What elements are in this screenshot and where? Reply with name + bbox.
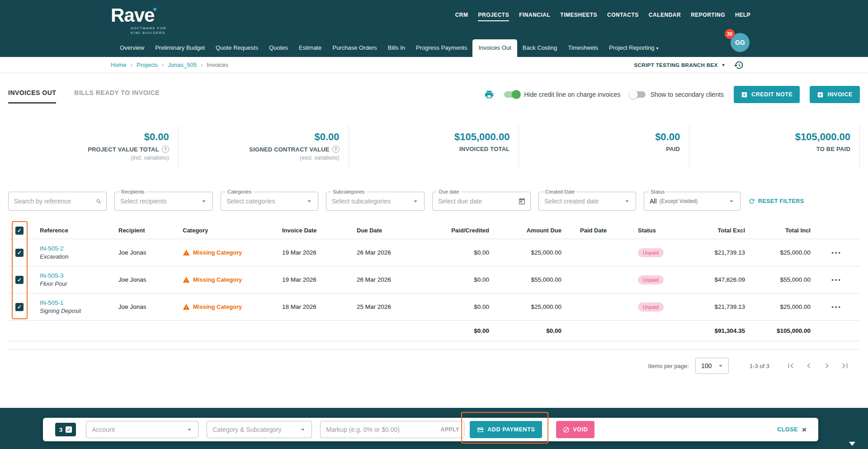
credit-note-button[interactable]: CREDIT NOTE bbox=[734, 86, 800, 103]
print-icon[interactable] bbox=[484, 90, 494, 99]
tab-progress-payments[interactable]: Progress Payments bbox=[410, 39, 472, 57]
invoice-button[interactable]: INVOICE bbox=[810, 86, 860, 103]
missing-category-warning[interactable]: Missing Category bbox=[183, 303, 279, 311]
tab-back-costing[interactable]: Back Costing bbox=[517, 39, 563, 57]
totals-paid-credited: $0.00 bbox=[429, 327, 492, 334]
nav-crm[interactable]: CRM bbox=[455, 12, 468, 21]
created-date-select[interactable]: Created Date Select created date bbox=[538, 192, 636, 211]
add-payments-button[interactable]: ADD PAYMENTS bbox=[470, 421, 542, 438]
tab-timesheets[interactable]: Timesheets bbox=[562, 39, 604, 57]
help-icon[interactable]: ? bbox=[162, 146, 169, 153]
previous-page-button[interactable] bbox=[804, 361, 814, 371]
nav-contacts[interactable]: CONTACTS bbox=[607, 12, 639, 21]
tab-quote-requests[interactable]: Quote Requests bbox=[210, 39, 264, 57]
invoice-reference-link[interactable]: IN-505-2 bbox=[40, 245, 116, 252]
add-box-icon bbox=[741, 91, 748, 98]
row-actions-menu[interactable]: ••• bbox=[831, 249, 842, 256]
reset-filters-button[interactable]: RESET FILTERS bbox=[748, 198, 804, 205]
summary-cards: $0.00 PROJECT VALUE TOTAL ? (incl. varia… bbox=[8, 125, 860, 168]
nav-calendar[interactable]: CALENDAR bbox=[649, 12, 681, 21]
selected-count-chip[interactable]: 3 ✓ bbox=[55, 423, 76, 436]
recipients-select[interactable]: Recipients Select recipients bbox=[114, 192, 213, 211]
chevron-down-icon bbox=[717, 362, 725, 370]
tab-invoices-out[interactable]: Invoices Out bbox=[472, 39, 517, 57]
row-checkbox[interactable]: ✓ bbox=[15, 276, 24, 284]
tab-bills-ready-to-invoice[interactable]: BILLS READY TO INVOICE bbox=[74, 89, 160, 104]
markup-field[interactable]: APPLY bbox=[320, 421, 464, 438]
breadcrumb-current: Invoices bbox=[207, 61, 228, 68]
chevron-down-icon bbox=[200, 197, 208, 205]
select-all-checkbox[interactable]: ✓ bbox=[15, 227, 24, 235]
rave-logo[interactable]: Rave SOFTWARE FOR KIWI BUILDERS bbox=[111, 5, 166, 35]
tab-purchase-orders[interactable]: Purchase Orders bbox=[327, 39, 382, 57]
breadcrumb-project[interactable]: Jonas_505 bbox=[168, 61, 197, 68]
items-per-page-select[interactable]: 100 bbox=[695, 358, 729, 374]
totals-total-excl: $91,304.35 bbox=[692, 327, 748, 334]
tab-preliminary-budget[interactable]: Preliminary Budget bbox=[150, 39, 210, 57]
tab-quotes[interactable]: Quotes bbox=[264, 39, 293, 57]
nav-projects[interactable]: PROJECTS bbox=[478, 12, 509, 21]
filters-row: Recipients Select recipients Categories … bbox=[8, 192, 860, 211]
checkbox-icon: ✓ bbox=[66, 426, 72, 433]
total-excl-cell: $47,826.09 bbox=[692, 276, 748, 283]
pagination: Items per page: 100 1-3 of 3 bbox=[0, 358, 850, 374]
categories-select[interactable]: Categories Select categories bbox=[221, 192, 318, 211]
row-actions-menu[interactable]: ••• bbox=[831, 276, 842, 283]
toggle-show-secondary-clients[interactable]: Show to secondary clients bbox=[630, 91, 724, 98]
close-action-bar-button[interactable]: CLOSE × bbox=[777, 426, 807, 434]
help-icon[interactable]: ? bbox=[332, 146, 340, 153]
breadcrumb-home[interactable]: Home bbox=[111, 61, 127, 68]
toggle-hide-credit-label: Hide credit line on charge invoices bbox=[524, 91, 620, 98]
toggle-on-switch[interactable] bbox=[504, 91, 519, 98]
next-page-button[interactable] bbox=[822, 361, 832, 371]
tab-invoices-out-content[interactable]: INVOICES OUT bbox=[8, 89, 56, 104]
invoice-reference-link[interactable]: IN-505-3 bbox=[40, 272, 116, 279]
toggle-hide-credit-line[interactable]: Hide credit line on charge invoices bbox=[504, 91, 620, 98]
tab-overview[interactable]: Overview bbox=[114, 39, 150, 57]
tab-project-reporting[interactable]: Project Reporting▾ bbox=[604, 39, 664, 57]
missing-category-warning[interactable]: Missing Category bbox=[183, 249, 279, 256]
last-page-button[interactable] bbox=[840, 361, 850, 371]
apply-button[interactable]: APPLY bbox=[441, 426, 459, 433]
paid-credited-cell: $0.00 bbox=[429, 303, 492, 310]
subcategories-select[interactable]: Subcategories Select subcategories bbox=[326, 192, 425, 211]
nav-reporting[interactable]: REPORTING bbox=[691, 12, 725, 21]
amount-due-cell: $55,000.00 bbox=[492, 276, 564, 283]
row-actions-menu[interactable]: ••• bbox=[831, 303, 842, 310]
tab-bills-in[interactable]: Bills In bbox=[382, 39, 410, 57]
due-date-picker[interactable]: Due date Select due date bbox=[432, 192, 531, 211]
card-invoiced-total: $105,000.00 INVOICED TOTAL bbox=[349, 125, 519, 168]
nav-financial[interactable]: FINANCIAL bbox=[519, 12, 550, 21]
row-checkbox[interactable]: ✓ bbox=[15, 303, 24, 311]
add-box-icon bbox=[817, 91, 824, 98]
branch-selector[interactable]: SCRIPT TESTING BRANCH BEX ▾ bbox=[634, 62, 725, 68]
status-select[interactable]: Status All (Except Voided) bbox=[644, 192, 741, 211]
markup-input[interactable] bbox=[326, 426, 441, 433]
due-date-cell: 26 Mar 2026 bbox=[354, 249, 429, 256]
paid-credited-cell: $0.00 bbox=[429, 276, 492, 283]
breadcrumb-bar: Home › Projects › Jonas_505 › Invoices S… bbox=[0, 57, 868, 73]
invoice-reference-link[interactable]: IN-505-1 bbox=[40, 299, 116, 306]
missing-category-warning[interactable]: Missing Category bbox=[183, 276, 279, 284]
account-select[interactable]: Account bbox=[86, 421, 198, 438]
nav-timesheets[interactable]: TIMESHEETS bbox=[560, 12, 597, 21]
notification-badge[interactable]: 30 bbox=[725, 29, 735, 39]
amount-due-cell: $25,000.00 bbox=[492, 249, 564, 256]
breadcrumb: Home › Projects › Jonas_505 › Invoices bbox=[111, 61, 228, 68]
logo-text: Rave bbox=[111, 5, 166, 25]
breadcrumb-projects[interactable]: Projects bbox=[137, 61, 158, 68]
totals-amount-due: $0.00 bbox=[492, 327, 564, 334]
row-checkbox[interactable]: ✓ bbox=[15, 249, 24, 257]
totals-total-incl: $105,000.00 bbox=[748, 327, 813, 334]
history-icon[interactable] bbox=[734, 60, 744, 70]
search-field[interactable] bbox=[8, 192, 107, 211]
tab-estimate[interactable]: Estimate bbox=[293, 39, 327, 57]
invoice-date-cell: 18 Mar 2026 bbox=[279, 303, 354, 310]
first-page-button[interactable] bbox=[786, 361, 796, 371]
chevron-down-icon bbox=[299, 425, 307, 434]
void-button[interactable]: VOID bbox=[556, 421, 594, 438]
category-subcategory-select[interactable]: Category & Subcategory bbox=[207, 421, 312, 438]
toggle-off-switch[interactable] bbox=[630, 91, 646, 98]
nav-help[interactable]: HELP bbox=[735, 12, 750, 21]
search-input[interactable] bbox=[14, 198, 96, 205]
